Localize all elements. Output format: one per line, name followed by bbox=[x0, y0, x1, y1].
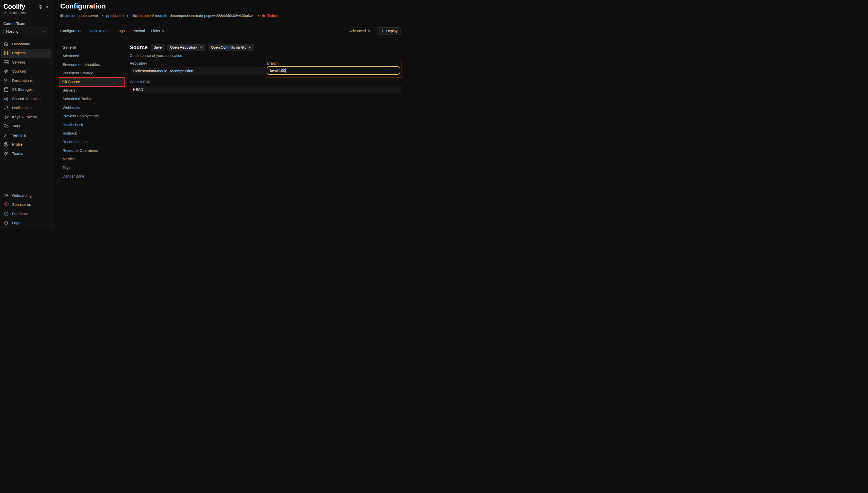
repository-value: illicitestonion/Module-Decomposition bbox=[133, 69, 193, 73]
sidebar-item-label: Tags bbox=[12, 124, 20, 128]
config-subnav: General Advanced Environment Variables P… bbox=[60, 44, 125, 181]
open-repository-button[interactable]: Open Repository bbox=[167, 44, 206, 51]
subnav-item-persistent-storage[interactable]: Persistent Storage bbox=[60, 69, 125, 77]
sidebar-item-servers[interactable]: Servers bbox=[1, 58, 51, 67]
chevrons-up-down-icon[interactable] bbox=[45, 5, 49, 9]
subnav-item-git-source[interactable]: Git Source bbox=[60, 78, 124, 86]
subnav-item-healthcheck[interactable]: Healthcheck bbox=[60, 121, 125, 129]
advanced-dropdown[interactable]: Advanced bbox=[349, 29, 371, 33]
content: General Advanced Environment Variables P… bbox=[60, 44, 401, 181]
subnav-item-tags[interactable]: Tags bbox=[60, 164, 125, 171]
open-commits-button[interactable]: Open Commits on Git bbox=[208, 44, 254, 51]
sidebar-item-teams[interactable]: Teams bbox=[1, 149, 51, 158]
sidebar-item-label: Onboarding bbox=[12, 193, 31, 198]
sidebar-item-logout[interactable]: Logout bbox=[1, 218, 51, 228]
subnav-item-rollback[interactable]: Rollback bbox=[60, 130, 125, 137]
chevron-right-icon bbox=[126, 14, 129, 18]
save-button[interactable]: Save bbox=[151, 44, 165, 51]
breadcrumb-application[interactable]: illicitestonion/-module--decomposition:m… bbox=[131, 14, 254, 18]
sidebar-item-sources[interactable]: Sources bbox=[1, 67, 51, 76]
source-header: Source Save Open Repository Open Commits… bbox=[130, 44, 402, 51]
subnav-item-general[interactable]: General bbox=[60, 44, 125, 51]
sidebar-nav: Dashboard Projects Servers Sources Desti… bbox=[1, 39, 51, 158]
tab-bar: Configuration Deployments Logs Terminal … bbox=[60, 27, 401, 35]
open-commits-label: Open Commits on Git bbox=[211, 45, 246, 49]
sidebar-item-profile[interactable]: Profile bbox=[1, 140, 51, 149]
brand-row: Coolify bbox=[0, 0, 52, 10]
current-team-label: Current Team bbox=[0, 15, 52, 27]
text-cursor bbox=[285, 68, 286, 72]
home-icon bbox=[4, 41, 9, 47]
annotation-box-git-source: Git Source bbox=[59, 77, 125, 87]
subnav-item-advanced[interactable]: Advanced bbox=[60, 52, 125, 60]
sidebar-item-shared-variables[interactable]: (x) Shared Variables bbox=[1, 94, 51, 103]
tab-deployments[interactable]: Deployments bbox=[88, 29, 110, 33]
sidebar-item-tags[interactable]: Tags bbox=[1, 122, 51, 131]
sidebar-item-dashboard[interactable]: Dashboard bbox=[1, 39, 51, 49]
team-select[interactable]: Hosting bbox=[3, 27, 49, 35]
subnav-item-preview-deployments[interactable]: Preview Deployments bbox=[60, 112, 125, 120]
subnav-item-webhooks[interactable]: Webhooks bbox=[60, 104, 125, 111]
sidebar-item-s3-storages[interactable]: S3 Storages bbox=[1, 85, 51, 94]
toolbar-right: Advanced Deploy bbox=[349, 27, 401, 35]
sidebar-item-label: Shared Variables bbox=[12, 97, 40, 101]
sidebar-item-onboarding[interactable]: Onboarding bbox=[1, 191, 51, 200]
sidebar-item-label: Profile bbox=[12, 142, 23, 146]
repository-input[interactable]: illicitestonion/Module-Decomposition bbox=[130, 67, 265, 75]
tab-logs[interactable]: Logs bbox=[117, 29, 125, 33]
chevron-down-icon bbox=[42, 29, 46, 33]
sidebar-item-destinations[interactable]: Destinations bbox=[1, 76, 51, 85]
tab-links[interactable]: Links bbox=[151, 29, 165, 33]
bell-icon bbox=[4, 105, 9, 110]
sidebar-item-notifications[interactable]: Notifications bbox=[1, 103, 51, 113]
chevrons-up-down-icon bbox=[162, 29, 165, 33]
sidebar-item-projects[interactable]: Projects bbox=[1, 49, 51, 58]
commit-sha-input[interactable]: HEAD bbox=[130, 86, 402, 93]
breadcrumb-environment[interactable]: production bbox=[106, 14, 124, 18]
branch-input[interactable]: level-100 bbox=[267, 66, 400, 74]
tab-terminal[interactable]: Terminal bbox=[131, 29, 145, 33]
layers-icon bbox=[4, 50, 9, 56]
open-repository-label: Open Repository bbox=[170, 45, 197, 49]
subnav-item-scheduled-tasks[interactable]: Scheduled Tasks bbox=[60, 95, 125, 103]
sidebar-item-sponsor-us[interactable]: Sponsor us bbox=[1, 200, 51, 210]
subnav-item-resource-operations[interactable]: Resource Operations bbox=[60, 147, 125, 154]
terminal-icon bbox=[4, 133, 9, 138]
subnav-item-resource-limits[interactable]: Resource Limits bbox=[60, 138, 125, 146]
checklist-icon bbox=[4, 193, 9, 198]
sidebar-item-label: Teams bbox=[12, 152, 23, 156]
source-description: Code source of your application. bbox=[130, 53, 402, 58]
database-icon bbox=[4, 87, 9, 92]
sidebar-item-label: Feedback bbox=[12, 212, 28, 216]
subnav-item-servers[interactable]: Servers bbox=[60, 87, 125, 94]
logout-icon bbox=[4, 220, 9, 226]
status-dot-icon bbox=[262, 15, 265, 17]
sidebar-item-feedback[interactable]: Feedback bbox=[1, 209, 51, 218]
key-icon bbox=[4, 114, 9, 120]
sidebar-item-terminal[interactable]: Terminal bbox=[1, 131, 51, 140]
subnav-item-metrics[interactable]: Metrics bbox=[60, 155, 125, 163]
deploy-button[interactable]: Deploy bbox=[377, 27, 401, 35]
status-badge: Exited bbox=[262, 14, 278, 18]
sidebar-item-label: Destinations bbox=[12, 79, 33, 83]
sidebar-item-label: Sponsor us bbox=[12, 202, 31, 207]
sidebar-item-label: Terminal bbox=[12, 133, 26, 137]
sidebar-item-label: S3 Storages bbox=[12, 87, 33, 92]
advanced-label: Advanced bbox=[349, 29, 366, 33]
team-select-value: Hosting bbox=[6, 29, 18, 34]
breadcrumb-project[interactable]: illicitonion quote server bbox=[60, 14, 98, 18]
map-icon bbox=[4, 78, 9, 83]
sidebar-item-label: Dashboard bbox=[12, 42, 30, 46]
sidebar-item-keys-tokens[interactable]: Keys & Tokens bbox=[1, 112, 51, 122]
subnav-item-environment-variables[interactable]: Environment Variables bbox=[60, 61, 125, 68]
sun-icon[interactable] bbox=[38, 5, 43, 9]
app-logo[interactable]: Coolify bbox=[3, 3, 25, 10]
sidebar-item-label: Logout bbox=[12, 221, 23, 225]
sidebar: Coolify v4.0.0-beta.399 Current Team Hos… bbox=[0, 0, 53, 229]
tab-configuration[interactable]: Configuration bbox=[60, 29, 82, 33]
page-title: Configuration bbox=[60, 2, 404, 10]
sidebar-item-label: Servers bbox=[12, 60, 25, 64]
user-circle-icon bbox=[4, 142, 9, 147]
chevrons-up-down-icon bbox=[367, 29, 371, 33]
subnav-item-danger-zone[interactable]: Danger Zone bbox=[60, 173, 125, 180]
